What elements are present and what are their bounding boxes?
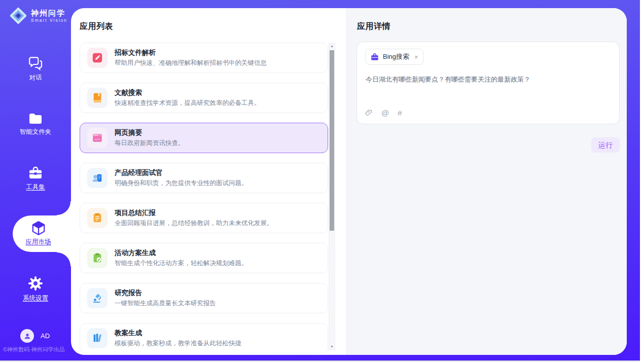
- app-card-literature-search[interactable]: 文献搜索 快速精准查找学术资源，提高研究效率的必备工具。: [80, 83, 328, 113]
- app-title: 产品经理面试官: [115, 168, 248, 177]
- sidebar-item-label: 工具集: [26, 183, 45, 192]
- toolbox-icon: [28, 166, 43, 180]
- app-card-webpage-summary[interactable]: </> 网页摘要 每日政府新闻资讯快查。: [80, 123, 328, 153]
- app-card-lesson-plan[interactable]: 教案生成 模板驱动，教案秒成，教学准备从此轻松快捷: [80, 323, 328, 353]
- app-description: 明确身份和职责，为您提供专业性的面试问题。: [115, 179, 248, 188]
- icon-tile: [87, 328, 108, 348]
- icon-tile: </>: [87, 128, 108, 148]
- app-list-panel: 应用列表 招标文件解析 帮助用户快速、准确地理解和解析招标书中的关键信息: [71, 8, 346, 355]
- app-title: 网页摘要: [115, 128, 185, 137]
- app-card-pm-interviewer[interactable]: 产品经理面试官 明确身份和职责，为您提供专业性的面试问题。: [80, 163, 328, 193]
- app-title: 文献搜索: [115, 88, 261, 97]
- sidebar-item-label: 智能文件夹: [20, 128, 52, 136]
- bottom-divider: [0, 360, 640, 361]
- scroll-down-icon[interactable]: ▼: [329, 344, 335, 350]
- sidebar-item-settings[interactable]: 系统设置: [0, 276, 71, 303]
- copyright-text: ©神州数码·神州问学出品: [3, 346, 72, 353]
- sidebar-item-smart-folder[interactable]: 智能文件夹: [0, 113, 71, 136]
- hash-icon[interactable]: #: [398, 108, 402, 117]
- app-description: 快速精准查找学术资源，提高研究效率的必备工具。: [115, 99, 261, 107]
- brand-name: 神州问学: [31, 9, 67, 18]
- webpage-code-icon: </>: [92, 132, 103, 143]
- diamond-logo-icon: [9, 6, 27, 25]
- chat-icon: [28, 57, 43, 70]
- app-card-research-report[interactable]: 研究报告 一键智能生成高质量长文本研究报告: [80, 283, 328, 313]
- app-description: 帮助用户快速、准确地理解和解析招标书中的关键信息: [115, 59, 267, 67]
- prompt-card[interactable]: Bing搜索 × 今日湖北有哪些新闻要点？有哪些需要关注的最新政策？ @ #: [356, 42, 620, 124]
- gear-icon: [28, 276, 43, 291]
- app-card-project-summary[interactable]: 项目总结汇报 全面回顾项目进展，总结经验教训，助力未来优化发展。: [80, 203, 328, 233]
- tool-tag-label: Bing搜索: [383, 52, 409, 61]
- app-list-scrollbar[interactable]: ▲ ▼: [329, 43, 335, 350]
- app-title: 教案生成: [115, 329, 241, 338]
- active-notch-bottom: [57, 252, 71, 266]
- avatar: [20, 329, 34, 343]
- user-name: AD: [41, 332, 50, 340]
- scroll-up-icon[interactable]: ▲: [329, 43, 335, 49]
- books-icon: [92, 333, 103, 344]
- prompt-text[interactable]: 今日湖北有哪些新闻要点？有哪些需要关注的最新政策？: [366, 75, 611, 84]
- app-title: 研究报告: [115, 288, 216, 298]
- app-card-bid-document-parse[interactable]: 招标文件解析 帮助用户快速、准确地理解和解析招标书中的关键信息: [80, 43, 328, 73]
- app-title: 项目总结汇报: [115, 208, 273, 218]
- app-card-event-plan[interactable]: 活动方案生成 智能生成个性化活动方案，轻松解决规划难题。: [80, 243, 328, 273]
- person-icon: [24, 333, 31, 340]
- cube-icon: [31, 221, 46, 236]
- run-button[interactable]: 运行: [591, 137, 620, 153]
- paperclip-icon[interactable]: [365, 108, 373, 117]
- sidebar-item-chat[interactable]: 对话: [0, 57, 71, 82]
- icon-tile: [87, 248, 108, 268]
- active-notch-top: [57, 201, 71, 215]
- app-title: 招标文件解析: [115, 48, 267, 57]
- app-detail-title: 应用详情: [357, 21, 390, 32]
- sidebar-item-label: 应用市场: [26, 238, 51, 246]
- sidebar: 神州问学 Smart Vision 对话 智能文件夹 工具: [0, 0, 71, 360]
- interviewer-icon: [92, 172, 103, 184]
- tool-tag-bing-search[interactable]: Bing搜索 ×: [365, 49, 424, 65]
- document-edit-icon: [92, 52, 103, 63]
- sidebar-item-toolbox[interactable]: 工具集: [0, 166, 71, 192]
- app-detail-panel: 应用详情 Bing搜索 × 今日湖北有哪些新闻要点？有哪些需要关注的最新政策？: [346, 8, 627, 355]
- app-description: 模板驱动，教案秒成，教学准备从此轻松快捷: [115, 339, 241, 348]
- composer-toolbar: @ #: [365, 108, 402, 117]
- app-description: 全面回顾项目进展，总结经验教训，助力未来优化发展。: [115, 219, 273, 228]
- clipboard-check-icon: [92, 252, 103, 264]
- app-description: 智能生成个性化活动方案，轻松解决规划难题。: [115, 259, 248, 268]
- scrollbar-thumb[interactable]: [330, 50, 334, 231]
- app-title: 活动方案生成: [115, 248, 248, 258]
- icon-tile: [87, 48, 108, 68]
- app-frame: 神州问学 Smart Vision 对话 智能文件夹 工具: [0, 0, 640, 360]
- brand-subtitle: Smart Vision: [31, 18, 67, 23]
- close-icon[interactable]: ×: [414, 53, 418, 61]
- sidebar-item-label: 对话: [29, 74, 42, 82]
- app-list: 招标文件解析 帮助用户快速、准确地理解和解析招标书中的关键信息 文献搜索: [80, 43, 328, 355]
- app-description: 每日政府新闻资讯快查。: [115, 139, 185, 148]
- icon-tile: [87, 168, 108, 188]
- sidebar-item-app-market[interactable]: 应用市场: [13, 215, 71, 252]
- mention-at-icon[interactable]: @: [381, 108, 389, 117]
- brand-logo: 神州问学 Smart Vision: [9, 6, 67, 25]
- svg-text:</>: </>: [94, 137, 100, 141]
- sidebar-item-label: 系统设置: [23, 294, 48, 303]
- book-icon: [92, 92, 103, 103]
- folder-icon: [28, 113, 43, 125]
- research-icon: [92, 293, 103, 304]
- user-account[interactable]: AD: [20, 329, 50, 343]
- main-panel: 应用列表 招标文件解析 帮助用户快速、准确地理解和解析招标书中的关键信息: [71, 8, 627, 355]
- icon-tile: [87, 288, 108, 308]
- icon-tile: [87, 208, 108, 228]
- app-description: 一键智能生成高质量长文本研究报告: [115, 299, 216, 308]
- report-note-icon: [92, 212, 103, 224]
- icon-tile: [87, 88, 108, 108]
- app-list-title: 应用列表: [80, 21, 113, 32]
- briefcase-icon: [371, 53, 379, 61]
